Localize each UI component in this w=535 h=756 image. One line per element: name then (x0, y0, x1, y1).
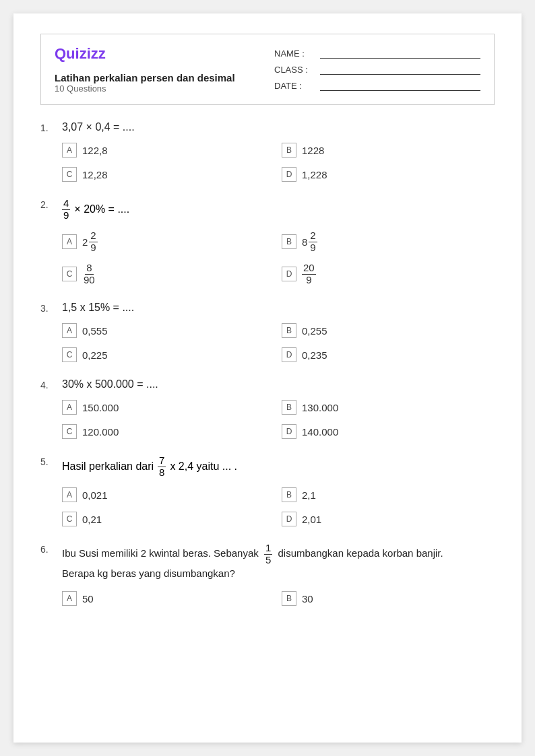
q3-option-c[interactable]: C 0,225 (62, 345, 275, 365)
date-label: DATE : (274, 81, 315, 91)
q4-number: 4. (40, 378, 57, 390)
class-line (320, 64, 480, 75)
q4-value-b: 130.000 (302, 402, 338, 413)
q5-options: A 0,021 B 2,1 C 0,21 D 2,01 (62, 485, 495, 529)
q4-label-a: A (62, 400, 77, 415)
q5-fraction: 7 8 (158, 455, 166, 478)
q3-value-b: 0,255 (302, 325, 327, 337)
q1-number: 1. (40, 121, 57, 133)
q2-frac-num: 4 (62, 198, 70, 210)
q1-option-a[interactable]: A 122,8 (62, 140, 275, 160)
q2-text: 4 9 × 20% = .... (62, 198, 129, 221)
q5-label-d: D (282, 512, 296, 526)
q3-value-a: 0,555 (82, 325, 108, 337)
q4-options: A 150.000 B 130.000 C 120.000 D 140.000 (62, 397, 495, 442)
question-3: 3. 1,5 x 15% = .... A 0,555 B 0,255 C 0,… (40, 302, 495, 365)
q6-part1: Ibu Susi memiliki 2 kwintal beras. Seban… (62, 547, 259, 559)
q1-label-c: C (62, 167, 77, 182)
q1-label-b: B (282, 143, 296, 158)
q5-text: Hasil perkalian dari 7 8 x 2,4 yaitu ...… (62, 455, 237, 478)
q3-row: 3. 1,5 x 15% = .... (40, 302, 495, 314)
q5-option-a[interactable]: A 0,021 (62, 485, 275, 505)
q4-label-b: B (282, 400, 296, 415)
q2-option-c[interactable]: C 8 90 (62, 260, 275, 288)
q2-operator: × 20% = .... (74, 203, 129, 215)
q6-text: Ibu Susi memiliki 2 kwintal beras. Seban… (62, 543, 443, 582)
q1-row: 1. 3,07 × 0,4 = .... (40, 121, 495, 133)
question-1: 1. 3,07 × 0,4 = .... A 122,8 B 1228 C 12… (40, 121, 495, 184)
q1-value-d: 1,228 (302, 169, 327, 180)
q5-row: 5. Hasil perkalian dari 7 8 x 2,4 yaitu … (40, 455, 495, 478)
q1-option-b[interactable]: B 1228 (282, 140, 495, 160)
q1-text: 3,07 × 0,4 = .... (62, 121, 495, 133)
header-right: NAME : CLASS : DATE : (261, 45, 480, 94)
q6-label-a: A (62, 591, 77, 606)
q2c-frac: 8 90 (82, 263, 96, 285)
q2-value-d: 20 9 (302, 263, 316, 285)
q4-label-d: D (282, 424, 296, 439)
q5-value-c: 0,21 (82, 514, 102, 525)
q3-option-a[interactable]: A 0,555 (62, 320, 275, 341)
q5-prefix: Hasil perkalian dari (62, 460, 154, 473)
q2b-frac: 2 9 (309, 230, 317, 253)
q6-number: 6. (40, 543, 57, 555)
q2-option-d[interactable]: D 20 9 (282, 260, 495, 288)
q6-option-a[interactable]: A 50 (62, 588, 275, 609)
q3-value-c: 0,225 (82, 349, 108, 361)
q2-number: 2. (40, 198, 57, 210)
q5-label-a: A (62, 487, 77, 502)
q3-label-b: B (282, 323, 296, 338)
q3-label-d: D (282, 347, 296, 362)
q2-value-a: 2 2 9 (82, 230, 98, 253)
q3-label-c: C (62, 347, 77, 362)
q1-option-d[interactable]: D 1,228 (282, 164, 495, 184)
q6-option-b[interactable]: B 30 (282, 588, 495, 609)
page: Quizizz Latihan perkalian persen dan des… (13, 13, 522, 743)
q5-label-c: C (62, 512, 77, 526)
question-2: 2. 4 9 × 20% = .... A 2 2 9 (40, 198, 495, 288)
q2a-whole: 2 (82, 236, 88, 248)
name-field-row: NAME : (274, 48, 480, 59)
q6-part2: disumbangkan kepada korban banjir. (278, 547, 443, 559)
q2-label-c: C (62, 267, 77, 281)
q2-option-a[interactable]: A 2 2 9 (62, 228, 275, 256)
q1-value-c: 12,28 (82, 169, 108, 180)
q6-value-b: 30 (302, 593, 313, 605)
q4-option-a[interactable]: A 150.000 (62, 397, 275, 417)
q6-options: A 50 B 30 (62, 588, 495, 609)
q1-value-a: 122,8 (82, 145, 108, 156)
q5-suffix: x 2,4 yaitu ... . (170, 460, 237, 473)
q2a-frac: 2 9 (89, 230, 97, 253)
q2-frac-den: 9 (62, 210, 70, 221)
q1-option-c[interactable]: C 12,28 (62, 164, 275, 184)
q3-option-b[interactable]: B 0,255 (282, 320, 495, 341)
q1-options: A 122,8 B 1228 C 12,28 D 1,228 (62, 140, 495, 184)
q5-value-b: 2,1 (302, 489, 316, 501)
header-left: Quizizz Latihan perkalian persen dan des… (55, 45, 261, 94)
logo: Quizizz (55, 45, 261, 63)
q3-number: 3. (40, 302, 57, 314)
q2-options: A 2 2 9 B 8 2 9 (62, 228, 495, 288)
q5-value-d: 2,01 (302, 514, 321, 525)
q2-value-b: 8 2 9 (302, 230, 317, 253)
question-5: 5. Hasil perkalian dari 7 8 x 2,4 yaitu … (40, 455, 495, 529)
q4-value-d: 140.000 (302, 426, 338, 438)
q5-option-c[interactable]: C 0,21 (62, 509, 275, 529)
q5-option-b[interactable]: B 2,1 (282, 485, 495, 505)
q4-option-b[interactable]: B 130.000 (282, 397, 495, 417)
q1-label-d: D (282, 167, 296, 182)
q5-value-a: 0,021 (82, 489, 108, 501)
q4-text: 30% x 500.000 = .... (62, 378, 495, 390)
q4-option-d[interactable]: D 140.000 (282, 421, 495, 442)
class-field-row: CLASS : (274, 64, 480, 75)
q3-options: A 0,555 B 0,255 C 0,225 D 0,235 (62, 320, 495, 365)
q5-option-d[interactable]: D 2,01 (282, 509, 495, 529)
q2-option-b[interactable]: B 8 2 9 (282, 228, 495, 256)
q4-option-c[interactable]: C 120.000 (62, 421, 275, 442)
q3-text: 1,5 x 15% = .... (62, 302, 495, 314)
q3-option-d[interactable]: D 0,235 (282, 345, 495, 365)
q2-fraction: 4 9 (62, 198, 70, 221)
q6-label-b: B (282, 591, 296, 606)
name-label: NAME : (274, 48, 315, 59)
quiz-title: Latihan perkalian persen dan desimal (55, 72, 261, 83)
